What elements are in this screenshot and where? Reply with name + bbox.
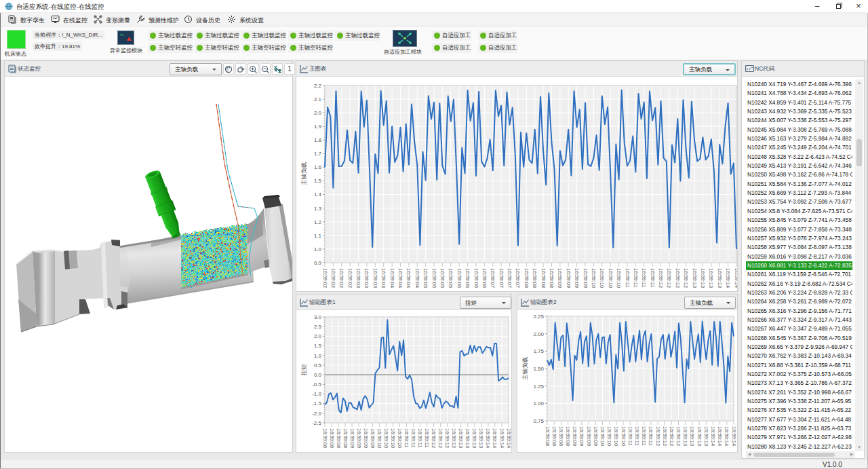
svg-text:16:59:12: 16:59:12 (675, 268, 681, 288)
svg-text:16:59:12: 16:59:12 (662, 426, 668, 446)
svg-text:16:59:02: 16:59:02 (347, 268, 353, 288)
svg-text:16:59:09: 16:59:09 (593, 426, 599, 446)
svg-text:16:59:10: 16:59:10 (383, 428, 389, 448)
svg-text:16:59:05: 16:59:05 (439, 268, 446, 288)
svg-text:2.5: 2.5 (314, 324, 322, 330)
svg-text:16:59:04: 16:59:04 (397, 268, 403, 288)
svg-text:-2.5: -2.5 (312, 420, 321, 426)
svg-text:16:59:12: 16:59:12 (437, 428, 443, 448)
svg-text:-2.0: -2.0 (312, 411, 321, 417)
svg-text:2.0: 2.0 (314, 333, 322, 339)
svg-text:16:59:08: 16:59:08 (336, 428, 342, 448)
svg-text:16:59:11: 16:59:11 (634, 426, 640, 446)
svg-text:16:59:05: 16:59:05 (422, 268, 429, 288)
svg-text:16:59:09: 16:59:09 (566, 268, 572, 288)
svg-text:16:59:11: 16:59:11 (633, 268, 639, 288)
svg-text:16:59:13: 16:59:13 (696, 426, 703, 446)
svg-text:16:59:11: 16:59:11 (410, 428, 416, 448)
svg-text:16:59:02: 16:59:02 (338, 268, 344, 288)
svg-text:16:59:12: 16:59:12 (431, 428, 437, 448)
svg-text:16:59:07: 16:59:07 (490, 268, 496, 288)
svg-text:-1.5: -1.5 (312, 400, 321, 407)
svg-text:16:59:14: 16:59:14 (506, 428, 512, 448)
svg-text:16:59:10: 16:59:10 (390, 428, 396, 448)
svg-text:2.0: 2.0 (314, 110, 322, 116)
svg-text:16:59:12: 16:59:12 (675, 426, 682, 446)
svg-text:1.5: 1.5 (314, 343, 322, 349)
svg-text:16:59:10: 16:59:10 (376, 428, 382, 448)
svg-text:16:59:08: 16:59:08 (540, 268, 547, 288)
svg-text:16:59:09: 16:59:09 (370, 428, 376, 448)
svg-text:16:59:13: 16:59:13 (471, 428, 477, 448)
svg-text:16:59:03: 16:59:03 (372, 268, 378, 288)
svg-text:16:59:14: 16:59:14 (499, 428, 505, 448)
svg-text:16:59:12: 16:59:12 (683, 268, 689, 288)
svg-text:1.2: 1.2 (314, 219, 322, 225)
svg-text:16:59:13: 16:59:13 (478, 428, 484, 448)
svg-text:16:59:11: 16:59:11 (625, 268, 631, 288)
svg-text:2.1: 2.1 (314, 96, 322, 102)
svg-text:16:59:14: 16:59:14 (485, 428, 491, 448)
svg-text:1.0: 1.0 (314, 353, 322, 359)
svg-text:16:59:13: 16:59:13 (465, 428, 471, 448)
svg-text:1.3: 1.3 (314, 206, 322, 212)
svg-text:16:59:13: 16:59:13 (458, 428, 464, 448)
svg-text:16:59:12: 16:59:12 (658, 268, 664, 288)
svg-text:1.4: 1.4 (314, 191, 322, 198)
svg-text:16:59:03: 16:59:03 (355, 268, 361, 288)
svg-text:16:59:14: 16:59:14 (492, 428, 498, 448)
svg-text:16:59:06: 16:59:06 (465, 268, 471, 288)
svg-text:16:59:06: 16:59:06 (473, 268, 479, 288)
svg-text:16:59:08: 16:59:08 (329, 428, 335, 448)
svg-text:0.75: 0.75 (533, 418, 544, 424)
svg-text:16:59:09: 16:59:09 (572, 426, 578, 446)
svg-text:16:59:08: 16:59:08 (551, 426, 557, 446)
svg-text:1.25: 1.25 (533, 383, 544, 390)
svg-text:16:59:14: 16:59:14 (710, 426, 716, 446)
svg-text:16:59:08: 16:59:08 (322, 428, 328, 448)
svg-text:16:59:08: 16:59:08 (558, 426, 564, 446)
svg-text:0.5: 0.5 (314, 362, 322, 369)
svg-text:-0.5: -0.5 (312, 381, 321, 388)
svg-text:16:59:11: 16:59:11 (648, 426, 654, 446)
svg-text:主轴负载: 主轴负载 (521, 357, 528, 381)
svg-text:16:59:07: 16:59:07 (507, 268, 513, 288)
svg-text:16:59:09: 16:59:09 (574, 268, 580, 288)
svg-text:16:59:03: 16:59:03 (363, 268, 370, 288)
svg-text:16:59:08: 16:59:08 (545, 426, 551, 446)
svg-text:1.6: 1.6 (314, 164, 322, 170)
svg-text:0.0: 0.0 (314, 372, 322, 378)
svg-text:16:59:10: 16:59:10 (591, 268, 597, 288)
svg-text:2.25: 2.25 (533, 314, 544, 320)
svg-text:16:59:12: 16:59:12 (451, 428, 457, 448)
svg-text:16:59:02: 16:59:02 (322, 268, 328, 288)
svg-text:16:59:12: 16:59:12 (655, 426, 661, 446)
svg-text:16:59:08: 16:59:08 (549, 268, 555, 288)
svg-text:16:59:10: 16:59:10 (608, 268, 614, 288)
svg-text:16:59:13: 16:59:13 (703, 426, 709, 446)
svg-text:-1.0: -1.0 (312, 391, 321, 397)
svg-text:16:59:03: 16:59:03 (380, 268, 387, 288)
svg-text:1.7: 1.7 (314, 151, 322, 157)
svg-text:扭矩: 扭矩 (300, 364, 307, 377)
svg-text:16:59:11: 16:59:11 (424, 428, 430, 448)
svg-text:16:59:11: 16:59:11 (641, 426, 647, 446)
svg-text:16:59:10: 16:59:10 (599, 426, 606, 446)
svg-text:16:59:09: 16:59:09 (363, 428, 369, 448)
svg-text:1.00: 1.00 (533, 400, 544, 407)
svg-text:16:59:13: 16:59:13 (692, 268, 698, 288)
svg-text:16:59:05: 16:59:05 (448, 268, 454, 288)
svg-text:1.1: 1.1 (314, 233, 322, 239)
svg-text:16:59:07: 16:59:07 (515, 268, 521, 288)
svg-text:16:59:10: 16:59:10 (599, 268, 605, 288)
svg-text:16:59:12: 16:59:12 (444, 428, 450, 448)
svg-text:主轴负载: 主轴负载 (300, 162, 307, 186)
svg-text:16:59:06: 16:59:06 (481, 268, 488, 288)
svg-text:16:59:08: 16:59:08 (524, 268, 530, 288)
svg-text:16:59:10: 16:59:10 (613, 426, 619, 446)
svg-text:16:59:14: 16:59:14 (734, 268, 738, 288)
svg-text:16:59:11: 16:59:11 (403, 428, 410, 448)
svg-text:16:59:04: 16:59:04 (414, 268, 420, 288)
svg-text:2.00: 2.00 (533, 331, 544, 337)
svg-text:1.0: 1.0 (314, 246, 322, 252)
